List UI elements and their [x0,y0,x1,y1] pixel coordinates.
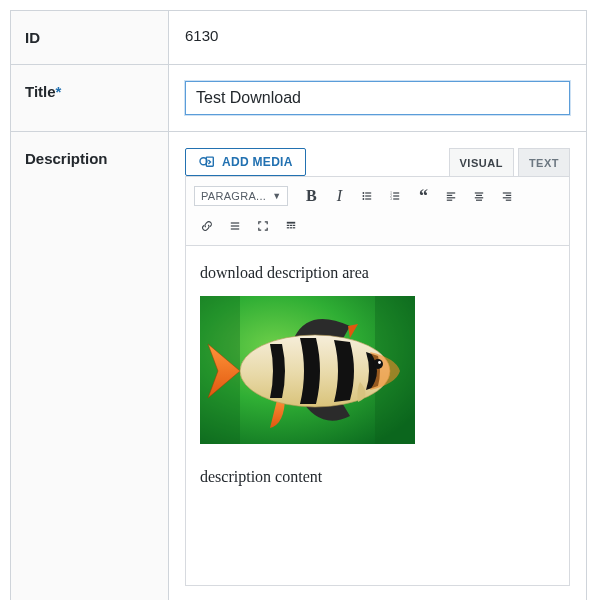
id-value: 6130 [169,11,587,65]
svg-rect-7 [366,198,372,199]
read-more-button[interactable] [222,213,248,239]
svg-rect-31 [290,225,292,226]
row-title: Title* [11,65,587,132]
svg-point-41 [378,361,381,364]
svg-rect-23 [506,195,511,196]
svg-rect-16 [447,197,455,198]
fullscreen-button[interactable] [250,213,276,239]
chevron-down-icon: ▼ [272,191,281,201]
bold-button[interactable]: B [298,183,324,209]
editor-toolbar: PARAGRA... ▼ B I 123 “ [185,176,570,246]
toolbar-toggle-button[interactable] [278,213,304,239]
align-center-button[interactable] [466,183,492,209]
title-cell [169,65,587,132]
row-id: ID 6130 [11,11,587,65]
bullet-list-button[interactable] [354,183,380,209]
svg-rect-9 [394,192,400,193]
svg-rect-15 [447,195,452,196]
title-input[interactable] [185,81,570,115]
format-dropdown-label: PARAGRA... [201,190,266,202]
svg-rect-11 [394,195,400,196]
tab-text[interactable]: TEXT [518,148,570,176]
svg-rect-21 [476,200,482,201]
blockquote-button[interactable]: “ [410,183,436,209]
svg-rect-34 [290,227,292,228]
id-label: ID [11,11,169,65]
svg-rect-29 [287,222,295,224]
svg-rect-26 [231,222,239,223]
add-media-label: ADD MEDIA [222,155,293,169]
align-right-button[interactable] [494,183,520,209]
embedded-image[interactable] [200,296,415,444]
svg-rect-22 [503,192,511,193]
svg-rect-35 [293,227,295,228]
svg-point-6 [363,198,365,200]
svg-rect-13 [394,198,400,199]
align-left-button[interactable] [438,183,464,209]
svg-point-4 [363,195,365,197]
svg-rect-19 [476,195,482,196]
form-table: ID 6130 Title* Description [10,10,587,600]
content-line-2: description content [200,468,555,486]
svg-point-2 [363,192,365,194]
title-label: Title* [11,65,169,132]
title-label-text: Title [25,83,56,100]
description-label: Description [11,132,169,601]
title-required-asterisk: * [56,83,62,100]
svg-rect-25 [506,200,511,201]
description-cell: ADD MEDIA VISUAL TEXT PARAGRA... ▼ B [169,132,587,601]
svg-point-40 [373,359,383,369]
add-media-button[interactable]: ADD MEDIA [185,148,306,176]
svg-rect-20 [475,197,483,198]
svg-rect-18 [475,192,483,193]
svg-rect-27 [231,225,239,226]
content-line-1: download description area [200,264,555,282]
svg-rect-30 [287,225,289,226]
svg-rect-32 [293,225,295,226]
row-description: Description ADD MEDIA VISUAL TEXT [11,132,587,601]
svg-rect-28 [231,228,239,229]
editor-content-area[interactable]: download description area [185,246,570,586]
tab-visual[interactable]: VISUAL [449,148,514,176]
svg-rect-33 [287,227,289,228]
link-button[interactable] [194,213,220,239]
svg-rect-17 [447,200,452,201]
number-list-button[interactable]: 123 [382,183,408,209]
format-dropdown[interactable]: PARAGRA... ▼ [194,186,288,206]
svg-text:3: 3 [391,197,393,201]
italic-button[interactable]: I [326,183,352,209]
svg-rect-3 [366,192,372,193]
editor-tabs: VISUAL TEXT [449,148,570,176]
media-icon [198,155,216,169]
svg-rect-5 [366,195,372,196]
svg-rect-24 [503,197,511,198]
svg-rect-14 [447,192,455,193]
